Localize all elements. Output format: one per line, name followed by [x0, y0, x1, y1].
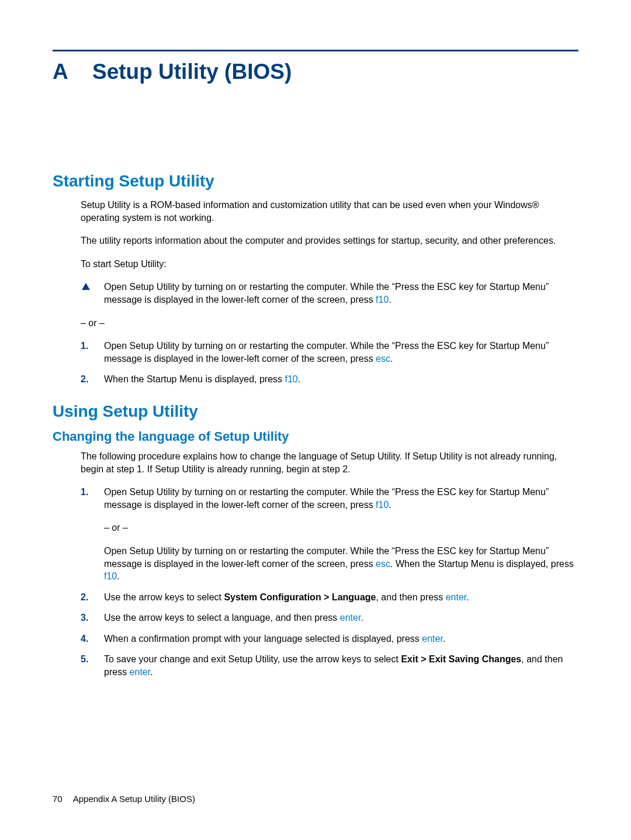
top-rule [53, 50, 578, 51]
list-item-text: Open Setup Utility by turning on or rest… [104, 486, 578, 583]
list-number: 2. [81, 591, 104, 604]
list-item: 1. Open Setup Utility by turning on or r… [81, 486, 578, 583]
or-separator: – or – [53, 317, 578, 330]
list-item-text: Use the arrow keys to select System Conf… [104, 591, 578, 604]
ordered-list: 1. Open Setup Utility by turning on or r… [53, 340, 578, 386]
bullet-list: Open Setup Utility by turning on or rest… [53, 281, 578, 306]
ordered-list: 1. Open Setup Utility by turning on or r… [53, 486, 578, 679]
page-container: ASetup Utility (BIOS) Starting Setup Uti… [0, 0, 631, 679]
list-item-text: When the Startup Menu is displayed, pres… [104, 373, 578, 386]
list-item-text: Open Setup Utility by turning on or rest… [104, 281, 578, 306]
key-f10: f10 [285, 374, 298, 384]
key-enter: enter [130, 667, 151, 677]
heading-starting-setup-utility: Starting Setup Utility [53, 172, 578, 191]
list-number: 1. [81, 340, 104, 365]
list-number: 2. [81, 373, 104, 386]
key-esc: esc [376, 559, 390, 569]
list-item-text: When a confirmation prompt with your lan… [104, 632, 578, 645]
list-item: 5. To save your change and exit Setup Ut… [81, 653, 578, 678]
key-esc: esc [376, 354, 390, 364]
para: Setup Utility is a ROM-based information… [53, 199, 578, 224]
list-item-text: To save your change and exit Setup Utili… [104, 653, 578, 678]
para: The following procedure explains how to … [53, 450, 578, 475]
key-enter: enter [422, 634, 443, 644]
list-item: 1. Open Setup Utility by turning on or r… [81, 340, 578, 365]
list-item: 3. Use the arrow keys to select a langua… [81, 611, 578, 624]
appendix-title-text: Setup Utility (BIOS) [92, 60, 292, 84]
list-item: Open Setup Utility by turning on or rest… [81, 281, 578, 306]
appendix-letter: A [53, 60, 92, 84]
key-f10: f10 [104, 571, 117, 581]
list-item: 4. When a confirmation prompt with your … [81, 632, 578, 645]
footer-label: Appendix A Setup Utility (BIOS) [73, 794, 195, 804]
list-item: 2. Use the arrow keys to select System C… [81, 591, 578, 604]
list-number: 5. [81, 653, 104, 678]
page-footer: 70Appendix A Setup Utility (BIOS) [53, 794, 195, 804]
list-number: 1. [81, 486, 104, 583]
key-enter: enter [340, 613, 361, 623]
list-item: 2. When the Startup Menu is displayed, p… [81, 373, 578, 386]
list-item-text: Use the arrow keys to select a language,… [104, 611, 578, 624]
appendix-title: ASetup Utility (BIOS) [53, 60, 578, 84]
list-number: 4. [81, 632, 104, 645]
para: The utility reports information about th… [53, 234, 578, 247]
list-item-text: Open Setup Utility by turning on or rest… [104, 340, 578, 365]
heading-using-setup-utility: Using Setup Utility [53, 402, 578, 421]
key-f10: f10 [376, 500, 389, 510]
list-number: 3. [81, 611, 104, 624]
key-enter: enter [446, 592, 467, 602]
triangle-bullet-icon [81, 281, 104, 306]
subheading-changing-language: Changing the language of Setup Utility [53, 429, 578, 444]
or-separator: – or – [104, 521, 578, 534]
para: To start Setup Utility: [53, 258, 578, 271]
key-f10: f10 [376, 295, 389, 305]
page-number: 70 [53, 794, 63, 804]
